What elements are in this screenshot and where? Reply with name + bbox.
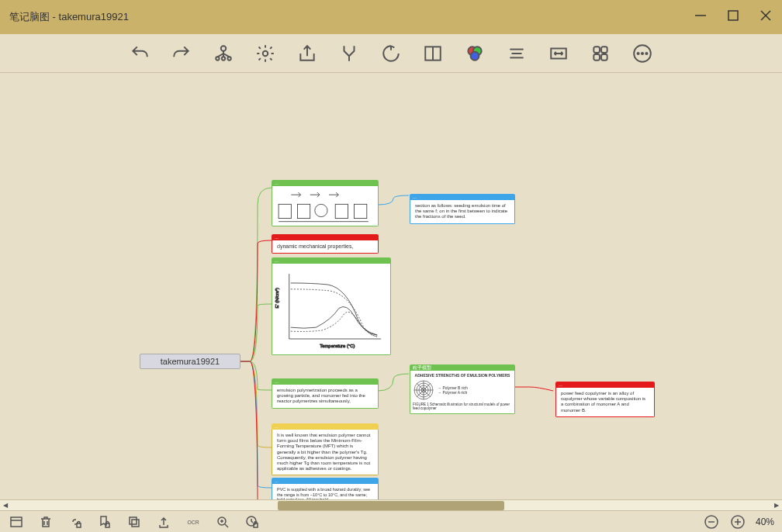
svg-point-5 [216,57,219,60]
svg-rect-19 [601,47,607,53]
node-tab: ... [272,423,379,430]
node-tab: ... [272,180,379,186]
svg-point-7 [227,57,230,60]
node-tab: ... [272,378,379,385]
scroll-right-icon[interactable]: ▶ [771,500,782,511]
refresh-button[interactable] [378,40,404,67]
mindmap-node[interactable]: ... section as follows: seeding emulsion… [410,194,515,224]
mindmap-node[interactable]: ... PVC is supplied with a broad hazard … [272,478,379,499]
mindmap-canvas[interactable]: takemura19921 ... ... section as follows… [0,73,782,499]
color-theme-button[interactable] [462,40,488,67]
svg-rect-55 [254,523,258,527]
copy-icon[interactable] [126,513,143,530]
minimize-icon[interactable] [694,9,708,26]
maximize-icon[interactable] [726,9,740,26]
svg-point-13 [471,51,479,60]
grid-view-button[interactable] [587,40,614,67]
export-button[interactable] [294,40,320,67]
mindmap-node[interactable]: ... power feed copolymer is an alloy of … [555,382,655,417]
status-bar: OCR 40% [0,510,782,532]
root-node[interactable]: takemura19921 [140,354,240,369]
scroll-thumb[interactable] [278,501,505,510]
fit-width-button[interactable] [545,40,572,67]
zoom-out-button[interactable] [703,513,720,530]
svg-rect-20 [593,54,600,60]
split-view-button[interactable] [420,40,446,67]
mindmap-node[interactable]: ... [272,180,379,226]
redo-button[interactable] [168,40,195,67]
node-tab: ... [272,478,379,484]
zoom-reset-icon[interactable] [214,513,231,530]
align-button[interactable] [503,40,530,67]
mindmap-layout-button[interactable] [210,40,237,67]
node-text: section as follows: seeding emulsion tim… [410,200,515,224]
svg-rect-26 [279,204,291,218]
node-tab: ... [410,194,515,200]
node-tab: 粒子模型 [410,364,515,371]
more-menu-button[interactable] [629,40,656,67]
node-text: PVC is supplied with a broad hazard dura… [272,484,379,499]
trash-icon[interactable] [37,513,54,530]
node-text: It is well known that emulsion polymer c… [272,430,379,475]
node-tab: ... [272,234,379,240]
svg-text:OCR: OCR [188,520,199,525]
link-lock-icon[interactable] [67,513,84,530]
undo-button[interactable] [126,40,153,67]
svg-point-23 [638,52,639,54]
svg-rect-46 [106,523,109,527]
svg-line-51 [225,524,228,527]
node-chart: E' (N/cm²) Temperature (°C) [272,264,391,355]
svg-rect-47 [130,517,137,524]
svg-rect-28 [335,204,348,218]
svg-text:E' (N/cm²): E' (N/cm²) [275,288,279,308]
svg-rect-29 [355,204,367,218]
svg-rect-43 [11,517,22,527]
svg-rect-21 [601,54,607,60]
node-text: power feed copolymer is an alloy of copo… [555,388,655,417]
window-controls [694,9,773,26]
mindmap-node[interactable]: ... E' (N/cm²) Temperature (°C) [272,257,391,355]
svg-rect-18 [593,47,600,53]
svg-rect-48 [132,520,139,527]
title-bar: 笔记脑图 - takemura19921 [0,0,782,34]
svg-point-6 [222,57,225,60]
zoom-in-button[interactable] [729,513,746,530]
svg-point-4 [221,46,227,51]
upload-icon[interactable] [155,513,172,530]
horizontal-scrollbar[interactable]: ◀ ▶ [0,499,782,510]
mindmap-node[interactable]: ... emulsion polymerization proceeds as … [272,378,379,409]
node-image [272,186,379,226]
mindmap-node[interactable]: ... dynamic mechanical properties, [272,234,379,254]
svg-text:Temperature (°C): Temperature (°C) [320,344,355,348]
window-tool-icon[interactable] [8,513,25,530]
close-icon[interactable] [759,9,773,26]
merge-button[interactable] [336,40,362,67]
svg-rect-27 [297,204,310,218]
node-text: dynamic mechanical properties, [272,240,379,254]
svg-point-8 [263,50,268,56]
svg-rect-1 [728,11,738,20]
mindmap-node[interactable]: 粒子模型 ADHESIVE STRENGTHS OF EMULSION POLY… [410,364,515,414]
ocr-button[interactable]: OCR [185,513,202,530]
root-label: takemura19921 [161,357,220,366]
bookmark-lock-icon[interactable] [96,513,113,530]
node-text: emulsion polymerization proceeds as a gr… [272,385,379,409]
time-lock-icon[interactable] [244,513,261,530]
scroll-left-icon[interactable]: ◀ [0,500,11,511]
settings-button[interactable] [252,40,279,67]
scroll-track[interactable] [12,501,770,510]
svg-point-25 [645,52,647,54]
main-toolbar [0,34,782,73]
node-tab: ... [555,382,655,388]
svg-rect-45 [77,523,81,527]
zoom-value: 40% [756,516,774,527]
svg-point-24 [642,52,643,54]
node-diagram: ADHESIVE STRENGTHS OF EMULSION POLYMERS … [410,371,515,414]
node-tab: ... [272,257,391,264]
window-title: 笔记脑图 - takemura19921 [9,10,694,24]
mindmap-node[interactable]: ... It is well known that emulsion polym… [272,423,379,475]
